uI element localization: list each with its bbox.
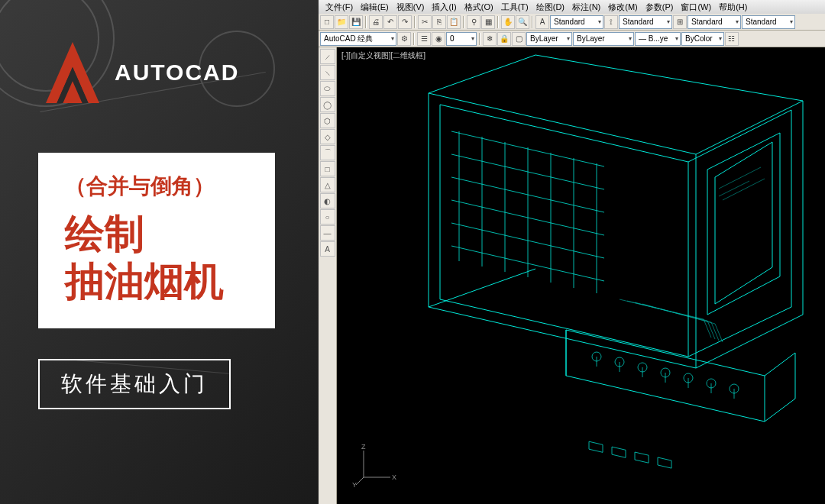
ucs-icon: X Z Y bbox=[352, 443, 398, 489]
hatch-icon[interactable]: ◐ bbox=[320, 193, 335, 208]
menu-file[interactable]: 文件(F) bbox=[322, 1, 357, 14]
cut-icon[interactable]: ✂ bbox=[418, 15, 432, 29]
spline-icon[interactable]: □ bbox=[320, 161, 335, 176]
ucs-y-label: Y bbox=[352, 481, 357, 489]
redo-icon[interactable]: ↷ bbox=[398, 15, 412, 29]
separator bbox=[413, 33, 415, 45]
menu-view[interactable]: 视图(V) bbox=[393, 1, 429, 14]
region-icon[interactable]: ○ bbox=[320, 209, 335, 225]
textstyle-dropdown[interactable]: Standard bbox=[550, 15, 603, 29]
layer-icon[interactable]: ☰ bbox=[417, 32, 431, 46]
wireframe-drawing bbox=[337, 47, 825, 504]
menu-format[interactable]: 格式(O) bbox=[461, 1, 497, 14]
rectangle-icon[interactable]: ◇ bbox=[320, 129, 335, 144]
linetype-dropdown[interactable]: ByLayer bbox=[573, 32, 634, 46]
svg-rect-9 bbox=[635, 452, 649, 463]
lineweight-dropdown[interactable]: — B...ye bbox=[635, 32, 681, 46]
autocad-logo-icon bbox=[46, 42, 99, 103]
footer-text: 软件基础入门 bbox=[61, 370, 208, 399]
open-icon[interactable]: 📁 bbox=[335, 15, 348, 29]
block-icon[interactable]: ▦ bbox=[481, 15, 495, 29]
pan-icon[interactable]: ✋ bbox=[501, 15, 515, 29]
plot-icon[interactable]: 🖨 bbox=[369, 15, 383, 29]
separator bbox=[365, 16, 367, 28]
menu-tools[interactable]: 工具(T) bbox=[497, 1, 532, 14]
separator bbox=[479, 33, 480, 45]
copy-icon[interactable]: ⎘ bbox=[432, 15, 446, 29]
layer-freeze-icon[interactable]: ❄ bbox=[483, 32, 497, 46]
menu-help[interactable]: 帮助(H) bbox=[715, 1, 751, 14]
separator bbox=[414, 16, 416, 28]
dimstyle-icon[interactable]: ⟟ bbox=[604, 15, 618, 29]
separator bbox=[497, 16, 499, 28]
dimstyle-dropdown[interactable]: Standard bbox=[619, 15, 672, 29]
toolbar-row-2: AutoCAD 经典 ⚙ ☰ ◉ 0 ❄ 🔒 ▢ ByLayer ByLayer… bbox=[319, 31, 825, 47]
match-icon[interactable]: ⚲ bbox=[467, 15, 480, 29]
title-box: （合并与倒角） 绘制 抽油烟机 bbox=[38, 153, 275, 328]
ellipse-icon[interactable]: △ bbox=[320, 177, 335, 192]
new-icon[interactable]: □ bbox=[320, 15, 334, 29]
undo-icon[interactable]: ↶ bbox=[383, 15, 397, 29]
layer-color-icon[interactable]: ▢ bbox=[512, 32, 526, 46]
mleaderstyle-dropdown[interactable]: Standard bbox=[742, 15, 795, 29]
zoom-icon[interactable]: 🔍 bbox=[516, 15, 529, 29]
mtext-icon[interactable]: A bbox=[320, 241, 335, 257]
svg-line-13 bbox=[356, 477, 364, 485]
plotstyle-dropdown[interactable]: ByColor bbox=[681, 32, 724, 46]
textstyle-icon[interactable]: A bbox=[535, 15, 549, 29]
draw-toolbar: ⟋ ⟍ ⬭ ◯ ⬡ ◇ ⌒ □ △ ◐ ○ — A bbox=[319, 47, 337, 504]
menu-edit[interactable]: 编辑(E) bbox=[357, 1, 393, 14]
tablestyle-dropdown[interactable]: Standard bbox=[688, 15, 741, 29]
menubar: 文件(F) 编辑(E) 视图(V) 插入(I) 格式(O) 工具(T) 绘图(D… bbox=[319, 0, 825, 14]
menu-insert[interactable]: 插入(I) bbox=[428, 1, 460, 14]
svg-rect-8 bbox=[612, 447, 626, 457]
title-line-2: 抽油烟机 bbox=[65, 257, 248, 305]
circle-icon[interactable]: ◯ bbox=[320, 97, 335, 112]
line-icon[interactable]: ⟋ bbox=[320, 49, 335, 64]
layer-zero-dropdown[interactable]: 0 bbox=[446, 32, 477, 46]
workspace-dropdown[interactable]: AutoCAD 经典 bbox=[320, 32, 396, 46]
polyline-icon[interactable]: ⬭ bbox=[320, 81, 335, 96]
viewport[interactable]: [-][自定义视图][二维线框] bbox=[337, 47, 825, 504]
color-dropdown[interactable]: ByLayer bbox=[526, 32, 572, 46]
separator bbox=[463, 16, 464, 28]
properties-icon[interactable]: ☷ bbox=[725, 32, 739, 46]
tablestyle-icon[interactable]: ⊞ bbox=[673, 15, 687, 29]
layer-lock-icon[interactable]: 🔒 bbox=[497, 32, 511, 46]
promo-panel: AUTOCAD （合并与倒角） 绘制 抽油烟机 软件基础入门 bbox=[0, 0, 319, 504]
menu-param[interactable]: 参数(P) bbox=[642, 1, 678, 14]
layer-state-icon[interactable]: ◉ bbox=[432, 32, 445, 46]
xline-icon[interactable]: ⟍ bbox=[320, 65, 335, 80]
subtitle: （合并与倒角） bbox=[65, 172, 248, 201]
polygon-icon[interactable]: ⬡ bbox=[320, 113, 335, 128]
menu-draw[interactable]: 绘图(D) bbox=[532, 1, 568, 14]
logo-text: AUTOCAD bbox=[115, 60, 239, 86]
workspace-settings-icon[interactable]: ⚙ bbox=[397, 32, 411, 46]
logo-area: AUTOCAD bbox=[46, 42, 239, 103]
separator bbox=[532, 16, 533, 28]
cad-body: ⟋ ⟍ ⬭ ◯ ⬡ ◇ ⌒ □ △ ◐ ○ — A [-][自定义视图][二维线… bbox=[319, 47, 825, 504]
arc-icon[interactable]: ⌒ bbox=[320, 145, 335, 160]
paste-icon[interactable]: 📋 bbox=[447, 15, 461, 29]
menu-window[interactable]: 窗口(W) bbox=[677, 1, 715, 14]
table-icon[interactable]: — bbox=[320, 225, 335, 241]
svg-rect-10 bbox=[658, 457, 671, 468]
autocad-window: 文件(F) 编辑(E) 视图(V) 插入(I) 格式(O) 工具(T) 绘图(D… bbox=[319, 0, 825, 504]
menu-dimension[interactable]: 标注(N) bbox=[568, 1, 604, 14]
title-line-1: 绘制 bbox=[65, 210, 248, 257]
toolbar-row-1: □ 📁 💾 🖨 ↶ ↷ ✂ ⎘ 📋 ⚲ ▦ ✋ 🔍 A Standard ⟟ S… bbox=[319, 14, 825, 31]
footer-box: 软件基础入门 bbox=[38, 359, 231, 409]
ucs-z-label: Z bbox=[361, 443, 366, 451]
save-icon[interactable]: 💾 bbox=[349, 15, 363, 29]
ucs-x-label: X bbox=[392, 473, 396, 481]
menu-modify[interactable]: 修改(M) bbox=[604, 1, 642, 14]
svg-rect-7 bbox=[589, 441, 603, 452]
